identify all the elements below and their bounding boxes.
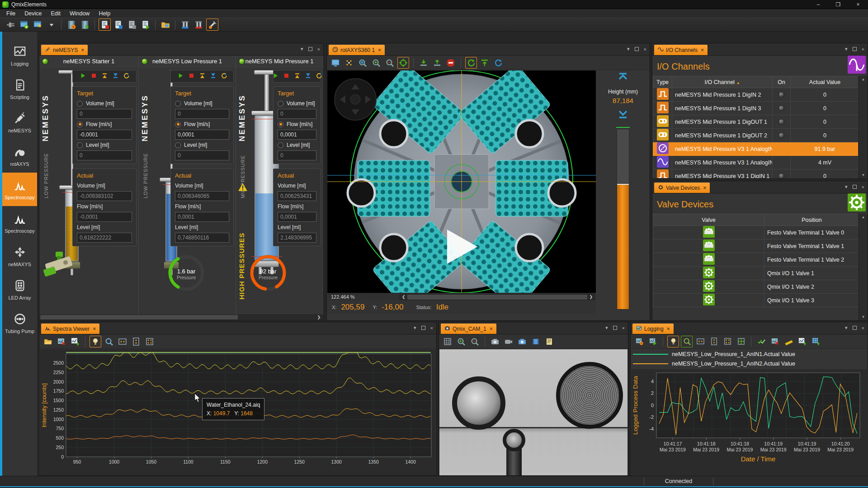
target-level-input[interactable] bbox=[77, 150, 132, 160]
radio-volume[interactable] bbox=[278, 101, 283, 107]
sidebar-item-scripting[interactable]: Scripting bbox=[2, 72, 37, 106]
table-row[interactable]: neMESYS Mid Pressure 1 DigIN 30 bbox=[653, 102, 859, 115]
screen-button[interactable] bbox=[330, 57, 341, 69]
film-button[interactable] bbox=[530, 336, 542, 347]
scroll-right-icon[interactable]: ❯ bbox=[315, 315, 322, 319]
chartexp-button[interactable] bbox=[69, 336, 81, 347]
close-panel-icon[interactable]: × bbox=[622, 325, 625, 331]
float-panel-icon[interactable] bbox=[421, 326, 425, 330]
folder-button[interactable] bbox=[42, 336, 54, 347]
on-led[interactable] bbox=[778, 105, 784, 111]
rotb-button[interactable] bbox=[492, 57, 504, 69]
moveup-button[interactable] bbox=[431, 57, 443, 69]
io-vscrollbar[interactable]: ▲▼ bbox=[859, 76, 868, 178]
stopsign-button[interactable] bbox=[445, 57, 457, 69]
panel-menu-icon[interactable]: ▾ bbox=[845, 46, 848, 52]
stage-view[interactable] bbox=[327, 70, 596, 293]
sidebar-item-tubing-pump[interactable]: Tubing Pump bbox=[2, 306, 37, 340]
rangeh-button[interactable] bbox=[117, 336, 128, 347]
close-panel-icon[interactable]: × bbox=[644, 47, 646, 52]
close-tab-icon[interactable]: × bbox=[490, 326, 493, 332]
zoomin-button[interactable] bbox=[455, 336, 467, 347]
menu-edit[interactable]: Edit bbox=[46, 9, 65, 18]
logging-chart[interactable]: 420-2-410:41:17Mai 23 201910:41:18Mai 23… bbox=[631, 369, 868, 476]
caret-button[interactable] bbox=[45, 19, 57, 31]
chartx-button[interactable] bbox=[56, 336, 67, 347]
column-header-position[interactable]: Position bbox=[764, 214, 859, 226]
close-tab-icon[interactable]: × bbox=[93, 326, 96, 332]
sidebar-item-nemesys[interactable]: neMESYS bbox=[2, 106, 37, 139]
pump-blue-button[interactable] bbox=[179, 19, 191, 31]
column-header-actualvalue[interactable]: Actual Value bbox=[791, 76, 859, 88]
sidebar-item-nemaxys[interactable]: neMAXYS bbox=[2, 239, 37, 273]
radio-level[interactable] bbox=[77, 142, 83, 148]
radio-flow[interactable] bbox=[77, 122, 83, 127]
fill-syringe-button[interactable] bbox=[112, 72, 119, 81]
panel-menu-icon[interactable]: ▾ bbox=[414, 325, 416, 331]
sidebar-item-spectroscopy[interactable]: Spectroscopy bbox=[2, 206, 37, 239]
panel-menu-icon[interactable]: ▾ bbox=[845, 184, 848, 190]
float-panel-icon[interactable] bbox=[853, 185, 857, 189]
cam2-button[interactable] bbox=[503, 336, 514, 347]
radio-volume[interactable] bbox=[175, 101, 181, 107]
dots-button[interactable] bbox=[343, 57, 355, 69]
close-tab-icon[interactable]: × bbox=[378, 47, 381, 53]
ruler-button[interactable] bbox=[783, 336, 794, 347]
magb-button[interactable] bbox=[103, 336, 115, 347]
target-volume-input[interactable] bbox=[77, 109, 132, 119]
target-flow-input[interactable] bbox=[175, 130, 229, 140]
tab-io-channels[interactable]: I/O Channels× bbox=[654, 45, 708, 55]
maximize-button[interactable]: ❒ bbox=[828, 0, 848, 9]
empty-syringe-button[interactable] bbox=[294, 72, 301, 81]
column-header-iochannel[interactable]: I/O Channel ▲ bbox=[672, 76, 773, 88]
rangev-button[interactable] bbox=[130, 336, 142, 347]
radio-flow[interactable] bbox=[278, 122, 283, 127]
fit-button[interactable] bbox=[722, 336, 733, 347]
float-panel-icon[interactable] bbox=[308, 47, 312, 51]
tab-nemesys[interactable]: neMESYS× bbox=[41, 45, 88, 55]
folder-media-button[interactable] bbox=[159, 19, 171, 31]
menu-help[interactable]: Help bbox=[94, 9, 115, 18]
table-row[interactable]: neMESYS Mid Pressure 1 DigIN 20 bbox=[653, 88, 859, 102]
table-row[interactable]: Qmix I/O 1 Valve 21 - outlet bbox=[653, 280, 859, 294]
table-row[interactable]: Festo Valve Terminal 1 Valve 04 bbox=[653, 226, 859, 239]
close-panel-icon[interactable]: × bbox=[862, 325, 864, 331]
radio-level[interactable] bbox=[175, 142, 181, 148]
sidebar-item-logging[interactable]: Logging bbox=[2, 39, 37, 72]
table-row[interactable]: neMESYS Mid Pressure V3 1 AnalogIN 24 mV bbox=[653, 156, 859, 169]
scrollbar-thumb[interactable] bbox=[40, 315, 238, 319]
fit-button[interactable] bbox=[144, 336, 156, 347]
chartplay-button[interactable] bbox=[647, 336, 659, 347]
float-panel-icon[interactable] bbox=[853, 326, 857, 330]
target-volume-input[interactable] bbox=[278, 109, 316, 119]
float-panel-icon[interactable] bbox=[613, 326, 617, 330]
target-flow-input[interactable] bbox=[278, 130, 316, 140]
tab-qmix-cam[interactable]: Qmix_CAM_1× bbox=[441, 324, 496, 334]
height-slider[interactable] bbox=[617, 129, 629, 310]
menu-device[interactable]: Device bbox=[20, 9, 46, 18]
target-level-input[interactable] bbox=[175, 150, 229, 160]
homeg-button[interactable] bbox=[479, 57, 491, 69]
stop-button[interactable] bbox=[90, 72, 97, 81]
close-panel-icon[interactable]: × bbox=[317, 47, 320, 52]
start-button[interactable] bbox=[177, 72, 184, 81]
zoomout-button[interactable] bbox=[469, 336, 481, 347]
radio-volume[interactable] bbox=[77, 101, 83, 107]
stage-hscrollbar[interactable]: ❮❯ bbox=[400, 294, 595, 300]
script-gray-button[interactable] bbox=[126, 19, 138, 31]
table-row[interactable]: Festo Valve Terminal 1 Valve 24 bbox=[653, 253, 859, 267]
start-button[interactable] bbox=[272, 72, 279, 81]
tab-rotaxys360[interactable]: rotAXYS360 1× bbox=[329, 45, 385, 55]
window-add-button[interactable] bbox=[18, 19, 30, 31]
panel-menu-icon[interactable]: ▾ bbox=[845, 325, 848, 331]
script-red-button[interactable] bbox=[99, 19, 111, 31]
bulb-button[interactable] bbox=[90, 336, 101, 347]
stop-button[interactable] bbox=[188, 72, 195, 81]
table-row[interactable]: neMESYS Mid Pressure V3 1 DigIN 10 bbox=[653, 169, 859, 178]
fill-syringe-button[interactable] bbox=[305, 72, 311, 81]
movedown-button[interactable] bbox=[418, 57, 429, 69]
script-play-button[interactable] bbox=[139, 19, 151, 31]
radio-level[interactable] bbox=[278, 142, 283, 148]
close-tab-icon[interactable]: × bbox=[701, 47, 704, 53]
close-tab-icon[interactable]: × bbox=[703, 185, 706, 191]
